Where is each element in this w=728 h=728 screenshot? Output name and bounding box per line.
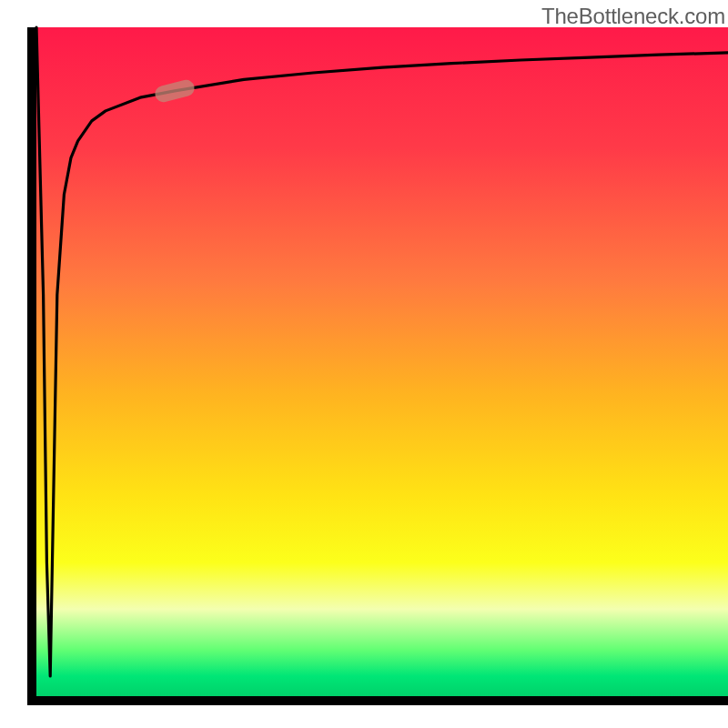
bottleneck-curve: [0, 0, 728, 728]
watermark-text: TheBottleneck.com: [541, 4, 725, 29]
chart-canvas: TheBottleneck.com: [0, 0, 728, 728]
curve-path: [36, 27, 728, 676]
